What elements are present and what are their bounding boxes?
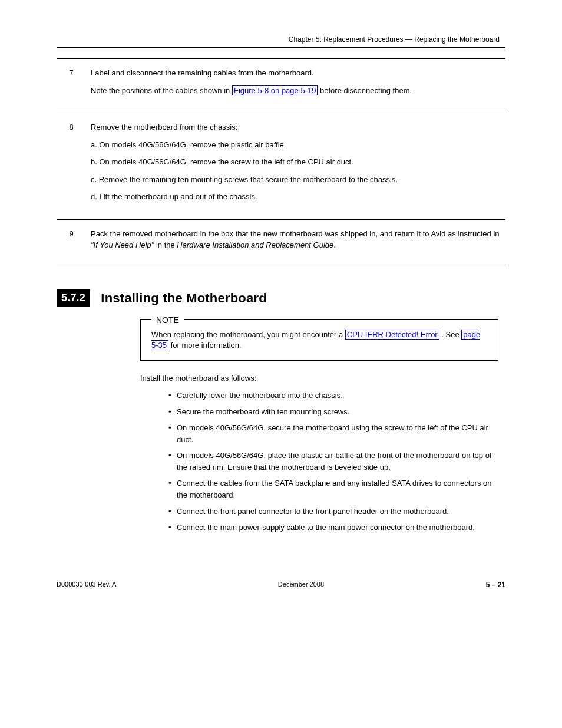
step-line: d. Lift the motherboard up and out of th… bbox=[91, 191, 501, 203]
step-line: Pack the removed motherboard in the box … bbox=[91, 228, 501, 251]
page-header: Chapter 5: Replacement Procedures — Repl… bbox=[57, 35, 505, 48]
step-line: Note the positions of the cables shown i… bbox=[91, 85, 501, 97]
step-line: Label and disconnect the remaining cable… bbox=[91, 67, 501, 79]
step-line: c. Remove the remaining ten mounting scr… bbox=[91, 174, 501, 186]
table-row: 9Pack the removed motherboard in the box… bbox=[57, 219, 505, 268]
note-label: NOTE bbox=[151, 315, 184, 327]
note-text-prefix: When replacing the motherboard, you migh… bbox=[151, 330, 345, 339]
page-footer: D000030-003 Rev. A December 2008 5 – 21 bbox=[57, 581, 505, 589]
step-number: 8 bbox=[57, 113, 86, 220]
step-text: before disconnecting them. bbox=[318, 86, 412, 95]
footer-date: December 2008 bbox=[278, 581, 324, 589]
note-link-error[interactable]: CPU IERR Detected! Error bbox=[345, 330, 439, 340]
step-action: Pack the removed motherboard in the box … bbox=[86, 219, 505, 268]
list-item: Connect the front panel connector to the… bbox=[168, 506, 498, 518]
step-text: Note the positions of the cables shown i… bbox=[91, 86, 232, 95]
note-body: When replacing the motherboard, you migh… bbox=[151, 330, 480, 350]
list-item: Secure the motherboard with ten mounting… bbox=[168, 406, 498, 418]
step-action: Remove the motherboard from the chassis:… bbox=[86, 113, 505, 220]
step-text: in the bbox=[154, 241, 177, 249]
section-heading: 5.7.2 Installing the Motherboard bbox=[57, 289, 505, 307]
list-item: Carefully lower the motherboard into the… bbox=[168, 390, 498, 401]
note-text-middle: . See bbox=[441, 330, 461, 339]
step-number: 9 bbox=[57, 219, 86, 268]
footer-rev: D000030-003 Rev. A bbox=[57, 581, 116, 589]
note-text-suffix: for more information. bbox=[171, 341, 242, 350]
breadcrumb: Chapter 5: Replacement Procedures — Repl… bbox=[289, 35, 500, 44]
step-text: Pack the removed motherboard in the box … bbox=[91, 229, 500, 238]
list-item: Connect the main power-supply cable to t… bbox=[168, 522, 498, 533]
italic-text: Hardware Installation and Replacement Gu… bbox=[177, 241, 333, 249]
install-steps-list: Carefully lower the motherboard into the… bbox=[151, 390, 505, 533]
italic-text: "If You Need Help" bbox=[91, 241, 154, 249]
step-line: Remove the motherboard from the chassis: bbox=[91, 121, 501, 133]
table-row: 8Remove the motherboard from the chassis… bbox=[57, 113, 505, 220]
step-action: Label and disconnect the remaining cable… bbox=[86, 59, 505, 113]
footer-page-number: 5 – 21 bbox=[486, 581, 505, 589]
section-title: Installing the Motherboard bbox=[101, 290, 266, 305]
section-number-tag: 5.7.2 bbox=[57, 289, 90, 307]
step-line: b. On models 40G/56G/64G, remove the scr… bbox=[91, 156, 501, 168]
step-text: . bbox=[333, 241, 336, 249]
figure-link[interactable]: Figure 5-8 on page 5-19 bbox=[232, 85, 318, 95]
procedure-table: 7Label and disconnect the remaining cabl… bbox=[57, 58, 505, 268]
step-number: 7 bbox=[57, 59, 86, 113]
note-box: NOTE When replacing the motherboard, you… bbox=[140, 319, 498, 361]
table-row: 7Label and disconnect the remaining cabl… bbox=[57, 59, 505, 113]
list-item: On models 40G/56G/64G, place the plastic… bbox=[168, 450, 498, 473]
list-item: On models 40G/56G/64G, secure the mother… bbox=[168, 422, 498, 446]
step-line: a. On models 40G/56G/64G, remove the pla… bbox=[91, 139, 501, 151]
intro-paragraph: Install the motherboard as follows: bbox=[140, 373, 498, 384]
list-item: Connect the cables from the SATA backpla… bbox=[168, 477, 498, 501]
